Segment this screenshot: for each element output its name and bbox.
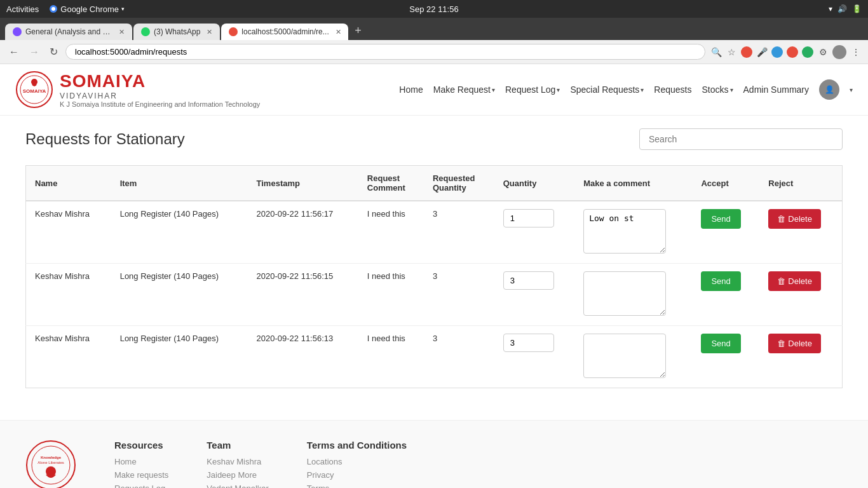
cell-accept-0: Send xyxy=(692,201,759,264)
footer-terms: Terms and Conditions Locations Privacy T… xyxy=(307,440,407,488)
cell-req-qty-0: 3 xyxy=(424,201,494,264)
footer-terms-title: Terms and Conditions xyxy=(307,440,407,451)
cell-make-comment-1 xyxy=(574,264,692,326)
logo-subtitle: VIDYAVIHAR xyxy=(60,92,260,100)
cell-timestamp-1: 2020-09-22 11:56:15 xyxy=(248,264,358,326)
quantity-input-2[interactable] xyxy=(503,334,554,352)
cell-make-comment-2 xyxy=(574,326,692,388)
tab-general-label: General (Analysis and De... xyxy=(25,27,112,36)
nav-stocks[interactable]: Stocks ▾ xyxy=(702,85,733,95)
cell-qty-1 xyxy=(494,264,575,326)
tab-whatsapp-label: (3) WhatsApp xyxy=(154,27,200,36)
nav-admin-summary[interactable]: Admin Summary xyxy=(743,85,809,95)
page-content: SOMAIYA SOMAIYA VIDYAVIHAR K J Somaiya I… xyxy=(0,64,868,488)
address-bar[interactable] xyxy=(65,44,705,60)
table-row: Keshav Mishra Long Register (140 Pages) … xyxy=(26,264,843,326)
send-button-1[interactable]: Send xyxy=(701,271,740,291)
col-reject: Reject xyxy=(759,166,842,201)
extension-icon-3[interactable] xyxy=(771,46,783,58)
browser-app-label[interactable]: Google Chrome ▾ xyxy=(49,4,125,14)
tab-admin[interactable]: localhost:5000/admin/re... ✕ xyxy=(221,24,348,40)
extensions-icon[interactable]: ⚙ xyxy=(817,46,829,58)
quantity-input-0[interactable] xyxy=(503,209,554,227)
footer-link-home[interactable]: Home xyxy=(114,457,168,466)
comment-textarea-2[interactable] xyxy=(583,334,666,378)
extension-icon-2[interactable]: 🎤 xyxy=(756,46,768,58)
page-header: Requests for Stationary xyxy=(25,128,843,150)
logo-institute: K J Somaiya Institute of Engineering and… xyxy=(60,100,260,108)
cell-name-1: Keshav Mishra xyxy=(26,264,111,326)
send-button-2[interactable]: Send xyxy=(701,334,740,353)
cell-name-2: Keshav Mishra xyxy=(26,326,111,388)
logo-area: SOMAIYA SOMAIYA VIDYAVIHAR K J Somaiya I… xyxy=(15,71,260,109)
comment-textarea-1[interactable] xyxy=(583,271,666,316)
delete-button-2[interactable]: 🗑 Delete xyxy=(768,334,821,353)
send-button-0[interactable]: Send xyxy=(701,209,740,229)
somaiya-logo: SOMAIYA xyxy=(15,71,53,109)
avatar-icon: 👤 xyxy=(825,85,834,94)
footer-team-jaideep[interactable]: Jaideep More xyxy=(207,470,269,480)
avatar[interactable]: 👤 xyxy=(819,79,839,100)
footer-link-make-requests[interactable]: Make requests xyxy=(114,470,168,480)
os-bar: Activities Google Chrome ▾ Sep 22 11:56 … xyxy=(0,0,868,18)
tab-close-general[interactable]: ✕ xyxy=(119,28,125,36)
svg-point-5 xyxy=(31,79,37,85)
table-row: Keshav Mishra Long Register (140 Pages) … xyxy=(26,326,843,388)
cell-item-1: Long Register (140 Pages) xyxy=(111,264,248,326)
menu-icon[interactable]: ⋮ xyxy=(850,46,862,58)
tab-close-admin[interactable]: ✕ xyxy=(336,28,341,36)
delete-button-0[interactable]: 🗑 Delete xyxy=(768,209,821,229)
cell-reject-0: 🗑 Delete xyxy=(759,201,842,264)
nav-requests[interactable]: Requests xyxy=(654,85,691,95)
search-input[interactable] xyxy=(639,128,843,150)
bookmark-icon[interactable]: ☆ xyxy=(726,46,737,58)
cell-make-comment-0: Low on st xyxy=(574,201,692,264)
new-tab-button[interactable]: + xyxy=(349,22,367,40)
cell-name-0: Keshav Mishra xyxy=(26,201,111,264)
footer-resources: Resources Home Make requests Requests Lo… xyxy=(114,440,168,488)
footer-team-vedant[interactable]: Vedant Manelkar xyxy=(207,484,269,488)
volume-icon: 🔊 xyxy=(837,4,847,13)
extension-icon-1[interactable] xyxy=(741,46,752,58)
tab-whatsapp[interactable]: (3) WhatsApp ✕ xyxy=(133,24,220,40)
nav-make-request[interactable]: Make Request ▾ xyxy=(433,85,495,95)
profile-icon[interactable] xyxy=(832,45,846,59)
svg-text:Knowledge: Knowledge xyxy=(41,456,62,459)
nav-request-log[interactable]: Request Log ▾ xyxy=(505,85,560,95)
footer-link-privacy[interactable]: Privacy xyxy=(307,470,407,480)
footer-link-requests-log[interactable]: Requests Log xyxy=(114,484,168,488)
nav-special-requests[interactable]: Special Requests ▾ xyxy=(570,85,644,95)
logo-text: SOMAIYA VIDYAVIHAR K J Somaiya Institute… xyxy=(60,71,260,108)
footer-resources-title: Resources xyxy=(114,440,168,451)
tab-general[interactable]: General (Analysis and De... ✕ xyxy=(5,24,132,40)
col-make-comment: Make a comment xyxy=(574,166,692,201)
tab-close-whatsapp[interactable]: ✕ xyxy=(207,28,212,36)
chevron-down-icon: ▾ xyxy=(121,6,125,12)
table-body: Keshav Mishra Long Register (140 Pages) … xyxy=(26,201,843,388)
forward-button[interactable]: → xyxy=(27,45,42,59)
nav-home[interactable]: Home xyxy=(399,85,423,95)
battery-icon: 🔋 xyxy=(852,4,862,13)
tab-icon-general xyxy=(13,27,22,36)
svg-text:Alone Liberates: Alone Liberates xyxy=(37,461,64,464)
cell-comment-1: I need this xyxy=(358,264,424,326)
chevron-stocks: ▾ xyxy=(730,86,733,93)
cell-item-2: Long Register (140 Pages) xyxy=(111,326,248,388)
toolbar-icons: 🔍 ☆ 🎤 ⚙ ⋮ xyxy=(710,45,862,59)
extension-icon-4[interactable] xyxy=(787,46,798,58)
cell-reject-1: 🗑 Delete xyxy=(759,264,842,326)
footer-team-keshav[interactable]: Keshav Mishra xyxy=(207,457,269,466)
activities-label[interactable]: Activities xyxy=(6,4,39,14)
reload-button[interactable]: ↻ xyxy=(47,44,60,59)
back-button[interactable]: ← xyxy=(6,45,22,59)
comment-textarea-0[interactable]: Low on st xyxy=(583,209,666,254)
cell-req-qty-1: 3 xyxy=(424,264,494,326)
cell-comment-2: I need this xyxy=(358,326,424,388)
extension-icon-5[interactable] xyxy=(802,46,813,58)
search-icon[interactable]: 🔍 xyxy=(710,46,722,58)
cell-comment-0: I need this xyxy=(358,201,424,264)
footer-link-terms[interactable]: Terms xyxy=(307,484,407,488)
quantity-input-1[interactable] xyxy=(503,271,554,290)
footer-link-locations[interactable]: Locations xyxy=(307,457,407,466)
delete-button-1[interactable]: 🗑 Delete xyxy=(768,271,821,291)
